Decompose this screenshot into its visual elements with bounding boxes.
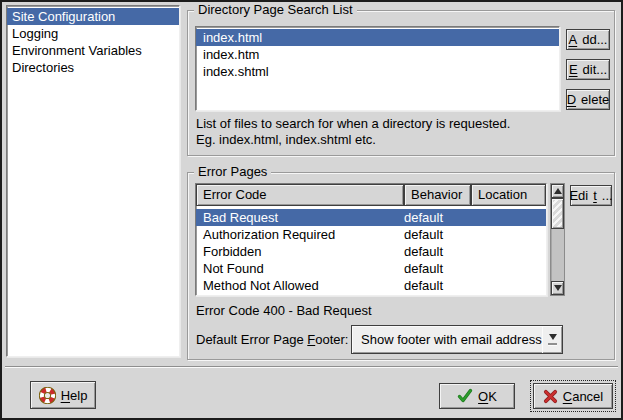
default-error-footer-select[interactable]: Show footer with email address xyxy=(351,325,563,354)
table-row[interactable]: Method Not Allowed default xyxy=(196,277,546,294)
sidebar-item-logging[interactable]: Logging xyxy=(7,25,179,42)
cell-location xyxy=(471,243,546,260)
table-row[interactable]: Authorization Required default xyxy=(196,226,546,243)
http-config-dialog: Site Configuration Logging Environment V… xyxy=(0,0,623,420)
table-header: Error Code Behavior Location xyxy=(196,184,546,206)
ok-label: OK xyxy=(478,389,497,404)
cell-behavior: default xyxy=(404,226,471,243)
edit-error-page-button[interactable]: Edit... xyxy=(570,185,612,206)
sidebar-item-environment-variables[interactable]: Environment Variables xyxy=(7,42,179,59)
cell-location xyxy=(471,209,546,226)
cell-location xyxy=(471,226,546,243)
table-row[interactable]: Bad Request default xyxy=(196,209,546,226)
frame-title: Directory Page Search List xyxy=(194,2,357,17)
scroll-up-icon xyxy=(554,188,562,194)
cell-behavior: default xyxy=(404,277,471,294)
selected-option-label: Show footer with email address xyxy=(352,332,542,347)
column-header-behavior[interactable]: Behavior xyxy=(404,184,471,206)
table-row[interactable]: Not Found default xyxy=(196,260,546,277)
list-item[interactable]: index.shtml xyxy=(196,63,559,80)
cell-behavior: default xyxy=(404,243,471,260)
bottom-separator xyxy=(5,366,618,368)
add-button[interactable]: Add... xyxy=(566,29,610,50)
sidebar-item-directories[interactable]: Directories xyxy=(7,59,179,76)
help-label: Help xyxy=(61,388,88,403)
cell-error-code: Method Not Allowed xyxy=(196,277,404,294)
table-scrollbar[interactable] xyxy=(550,183,565,296)
list-item[interactable]: index.html xyxy=(196,29,559,46)
selected-error-status: Error Code 400 - Bad Request xyxy=(196,303,372,318)
search-list-description: List of files to search for when a direc… xyxy=(196,116,510,131)
help-button[interactable]: Help xyxy=(30,381,96,409)
table-row[interactable]: Forbidden default xyxy=(196,243,546,260)
dropdown-arrow-icon xyxy=(543,334,562,345)
directory-page-search-frame: Directory Page Search List index.html in… xyxy=(187,10,615,156)
scrollbar-thumb[interactable] xyxy=(551,198,564,229)
column-header-location[interactable]: Location xyxy=(471,184,546,206)
cell-error-code: Not Found xyxy=(196,260,404,277)
cell-error-code: Forbidden xyxy=(196,243,404,260)
ok-button[interactable]: OK xyxy=(439,383,515,409)
config-section-list[interactable]: Site Configuration Logging Environment V… xyxy=(6,5,180,357)
cancel-button[interactable]: Cancel xyxy=(533,383,613,409)
search-list-example: Eg. index.html, index.shtml etc. xyxy=(196,132,376,147)
list-item[interactable]: index.htm xyxy=(196,46,559,63)
footer-label: Default Error Page Footer: xyxy=(196,332,348,347)
edit-button[interactable]: Edit... xyxy=(566,59,610,80)
cell-error-code: Bad Request xyxy=(196,209,404,226)
cell-error-code: Authorization Required xyxy=(196,226,404,243)
help-icon xyxy=(39,387,56,404)
search-file-list[interactable]: index.html index.htm index.shtml xyxy=(195,26,560,111)
ok-check-icon xyxy=(457,388,473,404)
delete-button[interactable]: Delete xyxy=(566,89,610,110)
column-header-error-code[interactable]: Error Code xyxy=(196,184,404,206)
cancel-label: Cancel xyxy=(563,389,603,404)
cell-behavior: default xyxy=(404,209,471,226)
frame-title: Error Pages xyxy=(194,164,271,179)
sidebar-item-site-configuration[interactable]: Site Configuration xyxy=(7,8,179,25)
cell-location xyxy=(471,277,546,294)
cancel-x-icon xyxy=(543,389,558,404)
error-pages-frame: Error Pages Error Code Behavior Location… xyxy=(187,172,615,360)
cell-location xyxy=(471,260,546,277)
error-pages-table[interactable]: Error Code Behavior Location Bad Request… xyxy=(195,183,547,296)
scroll-down-icon xyxy=(554,285,562,291)
cell-behavior: default xyxy=(404,260,471,277)
scroll-up-button[interactable] xyxy=(551,184,564,198)
scroll-down-button[interactable] xyxy=(551,281,564,295)
